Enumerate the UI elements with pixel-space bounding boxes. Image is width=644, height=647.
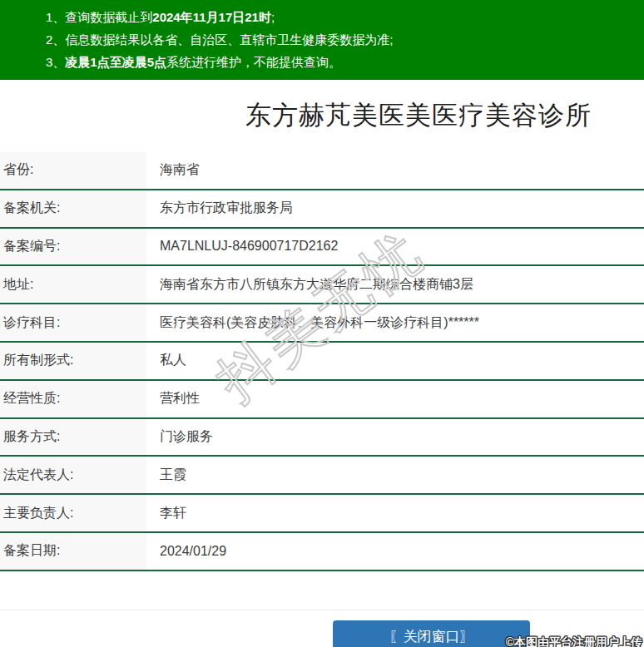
table-row-medical-subjects: 诊疗科目: 医疗美容科(美容皮肤科、美容外科一级诊疗科目)****** [0, 304, 644, 343]
table-row-operation-nature: 经营性质: 营利性 [0, 381, 644, 419]
row-value: 李轩 [146, 495, 644, 531]
row-value: 私人 [146, 343, 644, 379]
header-notices: 1、查询数据截止到2024年11月17日21时; 2、信息数据结果以各省、自治区… [0, 0, 644, 80]
row-value: 门诊服务 [146, 419, 644, 456]
title-row: 东方赫芃美医美医疗美容诊所 [0, 98, 644, 131]
row-label: 省份: [0, 152, 146, 189]
notice-text: 系统进行维护，不能提供查询。 [166, 55, 341, 69]
footer-divider [0, 610, 644, 610]
row-value: 海南省 [146, 152, 644, 189]
notice-item-3: 3、凌晨1点至凌晨5点系统进行维护，不能提供查询。 [46, 51, 636, 73]
notice-text: 1、查询数据截止到 [46, 10, 152, 24]
table-row-province: 省份: 海南省 [0, 152, 644, 190]
row-value: 2024/01/29 [146, 533, 644, 570]
row-label: 诊疗科目: [0, 304, 146, 341]
row-label: 主要负责人: [0, 495, 146, 531]
table-row-filing-number: 备案编号: MA7LNLUJ-846900717D2162 [0, 229, 644, 267]
record-table: 省份: 海南省 备案机关: 东方市行政审批服务局 备案编号: MA7LNLUJ-… [0, 152, 644, 571]
row-value: MA7LNLUJ-846900717D2162 [146, 229, 644, 265]
credit-overlay: ©本图由平台注册用户上传 [506, 635, 642, 647]
notice-item-2: 2、信息数据结果以各省、自治区、直辖市卫生健康委数据为准; [46, 28, 636, 51]
notice-text: 2、信息数据结果以各省、自治区、直辖市卫生健康委数据为准; [46, 32, 394, 47]
table-row-filing-date: 备案日期: 2024/01/29 [0, 533, 644, 571]
row-label: 服务方式: [0, 419, 146, 456]
notice-bold-text: 2024年11月17日21时 [152, 10, 271, 24]
row-label: 备案日期: [0, 533, 146, 570]
row-label: 所有制形式: [0, 343, 146, 379]
row-label: 地址: [0, 266, 146, 303]
notice-text: ; [271, 10, 275, 24]
notice-bold-text: 凌晨1点至凌晨5点 [65, 55, 166, 69]
row-value: 营利性 [146, 381, 644, 417]
notice-item-1: 1、查询数据截止到2024年11月17日21时; [46, 6, 636, 28]
row-label: 法定代表人: [0, 457, 146, 493]
row-value: 王霞 [146, 457, 644, 493]
table-row-filing-authority: 备案机关: 东方市行政审批服务局 [0, 190, 644, 229]
row-label: 经营性质: [0, 381, 146, 417]
row-value: 东方市行政审批服务局 [146, 190, 644, 227]
table-row-service-mode: 服务方式: 门诊服务 [0, 419, 644, 457]
row-value: 医疗美容科(美容皮肤科、美容外科一级诊疗科目)****** [146, 304, 644, 341]
row-label: 备案机关: [0, 190, 146, 227]
table-row-legal-representative: 法定代表人: 王霞 [0, 457, 644, 495]
notice-text: 3、 [46, 55, 65, 69]
table-row-address: 地址: 海南省东方市八所镇东方大道华府二期综合楼商铺3层 [0, 266, 644, 304]
table-row-ownership-form: 所有制形式: 私人 [0, 343, 644, 381]
row-label: 备案编号: [0, 229, 146, 265]
close-window-button[interactable]: 〖关闭窗口〗 [333, 620, 530, 647]
page-title: 东方赫芃美医美医疗美容诊所 [97, 98, 644, 133]
row-value: 海南省东方市八所镇东方大道华府二期综合楼商铺3层 [146, 266, 644, 303]
table-row-main-person-in-charge: 主要负责人: 李轩 [0, 495, 644, 533]
